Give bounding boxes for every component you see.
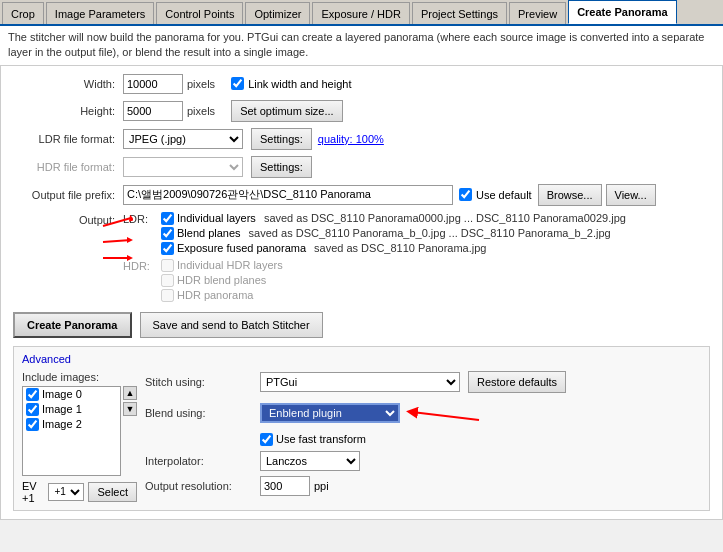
include-images-section: Include images: Image 0 Image 1	[22, 371, 137, 504]
use-default-row: Use default	[459, 188, 532, 201]
individual-layers-desc: saved as DSC_8110 Panorama0000.jpg ... D…	[264, 212, 626, 224]
info-text: The stitcher will now build the panorama…	[8, 31, 704, 58]
scroll-buttons: ▲ ▼	[123, 386, 137, 476]
ldr-format-select[interactable]: JPEG (.jpg)	[123, 129, 243, 149]
svg-line-7	[412, 412, 479, 420]
ldr-section-label: LDR:	[123, 212, 161, 225]
blend-using-select[interactable]: Enblend plugin	[260, 403, 400, 423]
scroll-down-button[interactable]: ▼	[123, 402, 137, 416]
hdr-format-select[interactable]	[123, 157, 243, 177]
interpolator-select[interactable]: Lanczos	[260, 451, 360, 471]
ev-select[interactable]: +1	[48, 483, 84, 501]
use-fast-transform-label: Use fast transform	[276, 433, 366, 445]
main-content: Width: pixels Link width and height Heig…	[0, 66, 723, 520]
hdr-format-label: HDR file format:	[13, 161, 123, 173]
output-prefix-row: Output file prefix: Use default Browse..…	[13, 184, 710, 206]
image-1-label: Image 1	[42, 403, 82, 415]
advanced-settings: Stitch using: PTGui Restore defaults Ble…	[145, 371, 701, 504]
hdr-panorama-item: HDR panorama	[161, 289, 283, 302]
quality-link[interactable]: quality: 100%	[318, 133, 384, 145]
individual-layers-item: Individual layers saved as DSC_8110 Pano…	[161, 212, 626, 225]
width-input[interactable]	[123, 74, 183, 94]
hdr-panorama-checkbox[interactable]	[161, 289, 174, 302]
ldr-settings-button[interactable]: Settings:	[251, 128, 312, 150]
individual-hdr-label: Individual HDR layers	[177, 259, 283, 271]
hdr-settings-button[interactable]: Settings:	[251, 156, 312, 178]
stitch-using-select[interactable]: PTGui	[260, 372, 460, 392]
image-2-checkbox[interactable]	[26, 418, 39, 431]
advanced-section: Advanced Include images: Image 0 Image 1	[13, 346, 710, 511]
image-0-checkbox[interactable]	[26, 388, 39, 401]
tab-create-panorama[interactable]: Create Panorama	[568, 0, 677, 24]
blend-using-container: Blend using: Enblend plugin	[145, 398, 701, 428]
select-button[interactable]: Select	[88, 482, 137, 502]
advanced-layout: Include images: Image 0 Image 1	[22, 371, 701, 504]
browse-button[interactable]: Browse...	[538, 184, 602, 206]
tab-crop[interactable]: Crop	[2, 2, 44, 24]
blend-planes-item: Blend planes saved as DSC_8110 Panorama_…	[161, 227, 626, 240]
tab-project-settings[interactable]: Project Settings	[412, 2, 507, 24]
use-default-checkbox[interactable]	[459, 188, 472, 201]
width-unit: pixels	[187, 78, 215, 90]
tab-image-parameters[interactable]: Image Parameters	[46, 2, 154, 24]
height-label: Height:	[13, 105, 123, 117]
exposure-fused-desc: saved as DSC_8110 Panorama.jpg	[314, 242, 486, 254]
individual-hdr-item: Individual HDR layers	[161, 259, 283, 272]
advanced-title: Advanced	[22, 353, 701, 365]
batch-stitcher-button[interactable]: Save and send to Batch Stitcher	[140, 312, 323, 338]
individual-hdr-checkbox[interactable]	[161, 259, 174, 272]
use-default-label: Use default	[476, 189, 532, 201]
hdr-blend-checkbox[interactable]	[161, 274, 174, 287]
stitch-using-row: Stitch using: PTGui Restore defaults	[145, 371, 701, 393]
individual-layers-checkbox[interactable]	[161, 212, 174, 225]
output-resolution-label: Output resolution:	[145, 480, 260, 492]
blend-planes-checkbox[interactable]	[161, 227, 174, 240]
height-row: Height: pixels Set optimum size...	[13, 100, 710, 122]
output-row: Output: LDR: Individual layers saved as …	[13, 212, 710, 304]
create-panorama-button[interactable]: Create Panorama	[13, 312, 132, 338]
list-item: Image 0	[23, 387, 120, 402]
include-images-label: Include images:	[22, 371, 137, 383]
tab-optimizer[interactable]: Optimizer	[245, 2, 310, 24]
tab-bar: Crop Image Parameters Control Points Opt…	[0, 0, 723, 26]
blend-using-label: Blend using:	[145, 407, 260, 419]
interpolator-label: Interpolator:	[145, 455, 260, 467]
link-width-height-row: Link width and height	[231, 77, 351, 90]
blend-planes-desc: saved as DSC_8110 Panorama_b_0.jpg ... D…	[249, 227, 611, 239]
hdr-blend-item: HDR blend planes	[161, 274, 283, 287]
ldr-format-row: LDR file format: JPEG (.jpg) Settings: q…	[13, 128, 710, 150]
tab-control-points[interactable]: Control Points	[156, 2, 243, 24]
image-2-label: Image 2	[42, 418, 82, 430]
view-button[interactable]: View...	[606, 184, 656, 206]
output-prefix-input[interactable]	[123, 185, 453, 205]
height-input[interactable]	[123, 101, 183, 121]
ev-label: EV +1	[22, 480, 44, 504]
use-fast-transform-row: Use fast transform	[260, 433, 701, 446]
exposure-fused-item: Exposure fused panorama saved as DSC_811…	[161, 242, 626, 255]
output-label: Output:	[13, 212, 123, 226]
exposure-fused-checkbox[interactable]	[161, 242, 174, 255]
scroll-up-button[interactable]: ▲	[123, 386, 137, 400]
restore-defaults-button[interactable]: Restore defaults	[468, 371, 566, 393]
link-width-height-checkbox[interactable]	[231, 77, 244, 90]
hdr-section-label: HDR:	[123, 259, 161, 272]
hdr-panorama-label: HDR panorama	[177, 289, 253, 301]
width-row: Width: pixels Link width and height	[13, 74, 710, 94]
use-fast-transform-checkbox[interactable]	[260, 433, 273, 446]
info-bar: The stitcher will now build the panorama…	[0, 26, 723, 66]
ev-row: EV +1 +1 Select	[22, 480, 137, 504]
ldr-format-label: LDR file format:	[13, 133, 123, 145]
image-1-checkbox[interactable]	[26, 403, 39, 416]
tab-exposure-hdr[interactable]: Exposure / HDR	[312, 2, 409, 24]
list-item: Image 2	[23, 417, 120, 432]
tab-preview[interactable]: Preview	[509, 2, 566, 24]
output-resolution-input[interactable]	[260, 476, 310, 496]
blend-arrow	[404, 398, 484, 428]
hdr-items: Individual HDR layers HDR blend planes H…	[161, 259, 283, 304]
stitch-using-label: Stitch using:	[145, 376, 260, 388]
set-optimum-size-button[interactable]: Set optimum size...	[231, 100, 343, 122]
image-list: Image 0 Image 1 Image 2	[22, 386, 121, 476]
interpolator-row: Interpolator: Lanczos	[145, 451, 701, 471]
height-unit: pixels	[187, 105, 215, 117]
width-label: Width:	[13, 78, 123, 90]
